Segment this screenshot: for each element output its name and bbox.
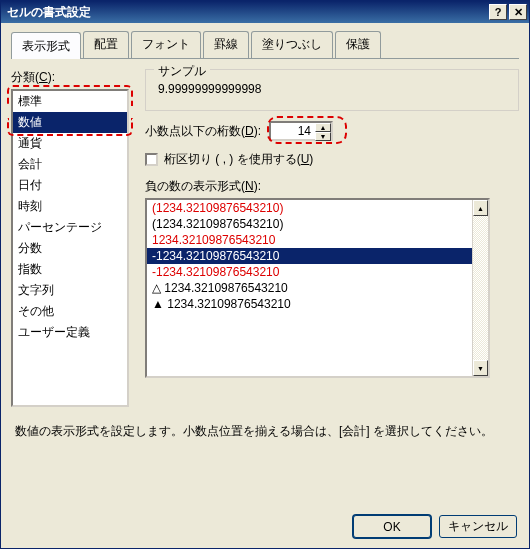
checkbox-icon[interactable] xyxy=(145,153,158,166)
list-item[interactable]: ユーザー定義 xyxy=(13,322,127,343)
list-item[interactable]: その他 xyxy=(13,301,127,322)
list-item[interactable]: パーセンテージ xyxy=(13,217,127,238)
list-item[interactable]: ▲ 1234.32109876543210 xyxy=(147,296,488,312)
decimals-spinner[interactable]: ▲ ▼ xyxy=(269,121,333,141)
list-item[interactable]: -1234.32109876543210 xyxy=(147,264,488,280)
category-label: 分類(C): xyxy=(11,69,131,86)
list-item[interactable]: 分数 xyxy=(13,238,127,259)
tab-border[interactable]: 罫線 xyxy=(203,31,249,58)
list-item[interactable]: (1234.32109876543210) xyxy=(147,216,488,232)
decimals-input[interactable] xyxy=(271,123,315,139)
tab-strip: 表示形式 配置 フォント 罫線 塗りつぶし 保護 xyxy=(11,31,519,59)
sample-group: サンプル 9.99999999999998 xyxy=(145,69,519,111)
list-item[interactable]: -1234.32109876543210 xyxy=(147,248,488,264)
scrollbar[interactable]: ▲ ▼ xyxy=(472,200,488,376)
category-listbox[interactable]: 標準 数値 通貨 会計 日付 時刻 パーセンテージ 分数 指数 文字列 その他 … xyxy=(11,89,129,407)
list-item[interactable]: 1234.32109876543210 xyxy=(147,232,488,248)
titlebar: セルの書式設定 ? ✕ xyxy=(1,1,529,23)
description-text: 数値の表示形式を設定します。小数点位置を揃える場合は、[会計] を選択してくださ… xyxy=(11,423,519,440)
help-button[interactable]: ? xyxy=(489,4,507,20)
spinner-down-icon[interactable]: ▼ xyxy=(315,132,331,141)
close-button[interactable]: ✕ xyxy=(509,4,527,20)
list-item[interactable]: (1234.32109876543210) xyxy=(147,200,488,216)
scroll-up-icon[interactable]: ▲ xyxy=(473,200,488,216)
sample-label: サンプル xyxy=(154,63,210,80)
list-item[interactable]: 時刻 xyxy=(13,196,127,217)
sample-value: 9.99999999999998 xyxy=(156,78,508,100)
list-item[interactable]: 標準 xyxy=(13,91,127,112)
scroll-down-icon[interactable]: ▼ xyxy=(473,360,488,376)
list-item[interactable]: 文字列 xyxy=(13,280,127,301)
list-item[interactable]: 数値 xyxy=(13,112,127,133)
list-item[interactable]: 会計 xyxy=(13,154,127,175)
ok-button[interactable]: OK xyxy=(353,515,431,538)
window-title: セルの書式設定 xyxy=(7,4,487,21)
scroll-track[interactable] xyxy=(473,216,488,360)
cancel-button[interactable]: キャンセル xyxy=(439,515,517,538)
list-item[interactable]: 通貨 xyxy=(13,133,127,154)
tab-alignment[interactable]: 配置 xyxy=(83,31,129,58)
tab-number-format[interactable]: 表示形式 xyxy=(11,32,81,59)
decimals-label: 小数点以下の桁数(D): xyxy=(145,123,261,140)
tab-protection[interactable]: 保護 xyxy=(335,31,381,58)
thousands-checkbox-row[interactable]: 桁区切り ( , ) を使用する(U) xyxy=(145,151,519,168)
list-item[interactable]: 日付 xyxy=(13,175,127,196)
thousands-label: 桁区切り ( , ) を使用する(U) xyxy=(164,151,313,168)
tab-font[interactable]: フォント xyxy=(131,31,201,58)
spinner-up-icon[interactable]: ▲ xyxy=(315,123,331,132)
list-item[interactable]: 指数 xyxy=(13,259,127,280)
negative-listbox[interactable]: (1234.32109876543210) (1234.321098765432… xyxy=(145,198,490,378)
negative-label: 負の数の表示形式(N): xyxy=(145,178,519,195)
tab-fill[interactable]: 塗りつぶし xyxy=(251,31,333,58)
list-item[interactable]: △ 1234.32109876543210 xyxy=(147,280,488,296)
